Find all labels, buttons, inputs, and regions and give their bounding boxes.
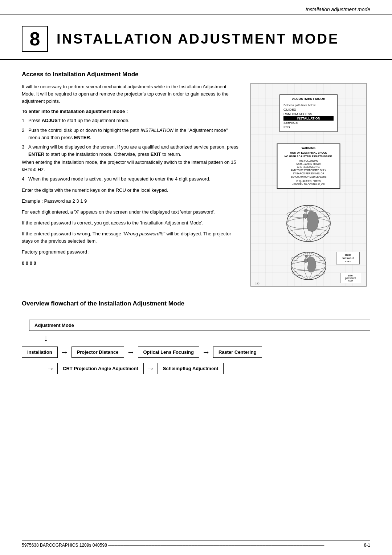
fc-proj-dist: Projector Distance: [72, 347, 124, 358]
globe2-container: [289, 251, 328, 283]
list-item: 3 A warning will be displayed on the scr…: [22, 143, 240, 158]
fc-arrow1: →: [61, 348, 69, 357]
chapter-number: 8: [22, 26, 48, 52]
menu-subtitle: Select a path from below:: [283, 104, 334, 107]
down-arrow-icon: ↓: [44, 332, 48, 344]
fc-installation: Installation: [22, 347, 58, 358]
password-value: 0 0 0 0: [22, 260, 240, 267]
diagram-page-num: 185: [255, 282, 260, 285]
menu-title: ADJUSTMENT MODE: [283, 97, 334, 102]
warning-box: WARNING RISK OF ELECTRICAL SHOCK NO USER…: [277, 143, 340, 189]
fc-arrow5: →: [147, 364, 155, 373]
warning-title: WARNING: [281, 146, 337, 150]
flowchart-area: Adjustment Mode ↓ Installation → Project…: [22, 316, 370, 383]
fc-start-box: Adjustment Mode: [29, 320, 370, 331]
list-item: 1 Press ADJUST to start up the adjustmen…: [22, 117, 240, 124]
body-para5: If the entered password is wrong, The me…: [22, 230, 240, 245]
flowchart-section: Overview flowchart of the Installation A…: [22, 294, 370, 383]
fc-down-arrow: ↓: [22, 332, 370, 344]
list-item: When entering the installation mode, the…: [22, 159, 240, 173]
fc-arrow2: →: [127, 348, 135, 357]
body-para2: Example : Password as 2 3 1 9: [22, 198, 240, 205]
body-para4: If the entered password is correct, you …: [22, 219, 240, 227]
chapter-heading: 8 INSTALLATION ADJUSTMENT MODE: [0, 15, 392, 60]
fc-scheimpflug: Scheimpflug Adjustment: [158, 363, 224, 374]
list-item: 2 Push the control disk up or down to hi…: [22, 127, 240, 141]
right-column: ADJUSTMENT MODE Select a path from below…: [250, 83, 370, 287]
footer-left: 5975638 BARCOGRAPHICS 1209s 040598 ─────…: [22, 543, 324, 548]
warning-line2: NO USER ADJUSTABLE PARTS INSIDE.: [281, 155, 337, 158]
warning-footer: IF QUALIFIED, PRESS<ENTER> TO CONTINUE, …: [281, 179, 337, 186]
list-item: 4 When the password mode is active, you …: [22, 175, 240, 183]
fc-row2: → CRT Projection Angle Adjustment → Sche…: [22, 363, 370, 374]
steps-list: 1 Press ADJUST to start up the adjustmen…: [22, 117, 240, 183]
fc-arrow3: →: [202, 348, 210, 357]
fc-raster: Raster Centering: [213, 347, 262, 358]
globe1-svg: [283, 203, 334, 243]
menu-guided: GUIDED: [283, 108, 334, 112]
two-col-layout: It will be necessary to perform several …: [22, 83, 370, 287]
bold-label: To enter into the installation adjustmen…: [22, 109, 240, 114]
password-box2: enterpasswordxxxx: [340, 273, 361, 283]
screen-diagram: ADJUSTMENT MODE Select a path from below…: [250, 83, 367, 287]
section1-heading: Access to Installation Adjustment Mode: [22, 71, 370, 78]
menu-box: ADJUSTMENT MODE Select a path from below…: [279, 94, 338, 132]
content-area: Access to Installation Adjustment Mode I…: [0, 71, 392, 383]
menu-service: SERVICE: [283, 121, 334, 125]
globe1-container: [283, 203, 334, 244]
menu-iris: IRIS: [283, 125, 334, 129]
warning-body: THE FOLLOWINGINSTALLATION MENUSARE RESER…: [281, 159, 337, 179]
fc-row1: Installation → Projector Distance → Opti…: [22, 347, 370, 358]
page-header: Installation adjustment mode: [0, 0, 392, 15]
password-box1: enterpasswordxxxx: [336, 252, 360, 264]
menu-random: RANDOM ACCESS: [283, 112, 334, 116]
body-para3: For each digit entered, a 'X' appears on…: [22, 208, 240, 216]
header-title: Installation adjustment mode: [306, 7, 370, 12]
menu-installation: INSTALLATION: [283, 116, 334, 121]
footer-right: 8-1: [364, 543, 370, 548]
page: Installation adjustment mode 8 INSTALLAT…: [0, 0, 392, 555]
warning-line1: RISK OF ELECTRICAL SHOCK: [281, 151, 337, 155]
left-column: It will be necessary to perform several …: [22, 83, 240, 287]
fc-optical: Optical Lens Focusing: [138, 347, 199, 358]
page-footer: 5975638 BARCOGRAPHICS 1209s 040598 ─────…: [22, 540, 370, 548]
body-para6: Factory programmed password :: [22, 248, 240, 256]
section1: Access to Installation Adjustment Mode I…: [22, 71, 370, 287]
flowchart-heading: Overview flowchart of the Installation A…: [22, 300, 370, 307]
globe2-svg: [289, 251, 328, 281]
fc-start-row: Adjustment Mode: [22, 320, 370, 331]
fc-arrow4: →: [46, 364, 54, 373]
body-para1: Enter the digits with the numeric keys o…: [22, 187, 240, 194]
fc-crt: CRT Projection Angle Adjustment: [57, 363, 144, 374]
intro-text: It will be necessary to perform several …: [22, 83, 240, 105]
chapter-title: INSTALLATION ADJUSTMENT MODE: [57, 31, 339, 47]
